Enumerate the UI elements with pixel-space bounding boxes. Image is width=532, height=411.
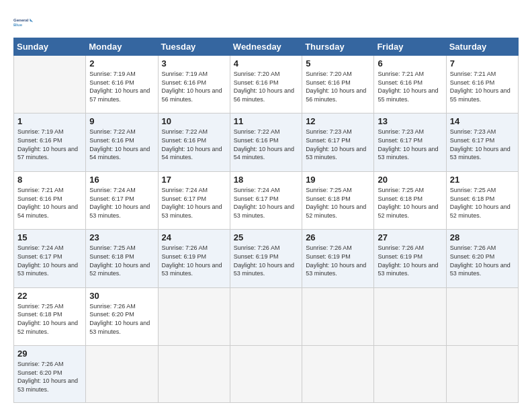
calendar-cell: 21Sunrise: 7:25 AMSunset: 6:18 PMDayligh… bbox=[446, 171, 518, 229]
calendar-cell bbox=[302, 287, 374, 345]
calendar-cell: 25Sunrise: 7:26 AMSunset: 6:19 PMDayligh… bbox=[230, 230, 302, 287]
calendar-cell: 15Sunrise: 7:24 AMSunset: 6:17 PMDayligh… bbox=[14, 230, 86, 287]
calendar-cell bbox=[446, 346, 518, 403]
day-number: 12 bbox=[306, 116, 370, 126]
day-info: Sunrise: 7:26 AMSunset: 6:19 PMDaylight:… bbox=[306, 244, 370, 277]
calendar-cell: 6Sunrise: 7:21 AMSunset: 6:16 PMDaylight… bbox=[374, 56, 446, 113]
day-number: 17 bbox=[162, 175, 226, 185]
day-number: 28 bbox=[450, 232, 515, 242]
page-header: GeneralBlue bbox=[13, 12, 519, 32]
day-number: 6 bbox=[378, 58, 442, 68]
calendar-row-4: 22Sunrise: 7:25 AMSunset: 6:18 PMDayligh… bbox=[14, 287, 519, 345]
day-info: Sunrise: 7:24 AMSunset: 6:17 PMDaylight:… bbox=[17, 244, 82, 277]
calendar-table: SundayMondayTuesdayWednesdayThursdayFrid… bbox=[13, 38, 519, 403]
calendar-cell: 5Sunrise: 7:20 AMSunset: 6:16 PMDaylight… bbox=[302, 56, 374, 113]
day-number: 3 bbox=[162, 58, 226, 68]
day-number: 26 bbox=[306, 232, 370, 242]
day-info: Sunrise: 7:26 AMSunset: 6:20 PMDaylight:… bbox=[450, 244, 515, 277]
calendar-row-1: 1Sunrise: 7:19 AMSunset: 6:16 PMDaylight… bbox=[14, 113, 519, 171]
day-number: 29 bbox=[17, 349, 82, 359]
calendar-cell: 26Sunrise: 7:26 AMSunset: 6:19 PMDayligh… bbox=[302, 230, 374, 287]
day-info: Sunrise: 7:19 AMSunset: 6:16 PMDaylight:… bbox=[89, 70, 154, 103]
day-info: Sunrise: 7:19 AMSunset: 6:16 PMDaylight:… bbox=[17, 128, 82, 161]
calendar-header-row: SundayMondayTuesdayWednesdayThursdayFrid… bbox=[14, 38, 519, 56]
column-header-saturday: Saturday bbox=[446, 38, 518, 56]
calendar-cell bbox=[230, 346, 302, 403]
calendar-cell: 4Sunrise: 7:20 AMSunset: 6:16 PMDaylight… bbox=[230, 56, 302, 113]
day-number: 21 bbox=[450, 175, 515, 185]
day-info: Sunrise: 7:24 AMSunset: 6:17 PMDaylight:… bbox=[234, 186, 298, 220]
column-header-friday: Friday bbox=[374, 38, 446, 56]
calendar-cell: 8Sunrise: 7:21 AMSunset: 6:16 PMDaylight… bbox=[14, 171, 86, 229]
calendar-row-2: 8Sunrise: 7:21 AMSunset: 6:16 PMDaylight… bbox=[14, 171, 519, 229]
calendar-cell bbox=[446, 287, 518, 345]
calendar-cell: 18Sunrise: 7:24 AMSunset: 6:17 PMDayligh… bbox=[230, 171, 302, 229]
day-info: Sunrise: 7:22 AMSunset: 6:16 PMDaylight:… bbox=[89, 128, 154, 161]
calendar-cell bbox=[14, 56, 86, 113]
calendar-cell: 13Sunrise: 7:23 AMSunset: 6:17 PMDayligh… bbox=[374, 113, 446, 171]
day-number: 18 bbox=[234, 175, 298, 185]
calendar-cell: 3Sunrise: 7:19 AMSunset: 6:16 PMDaylight… bbox=[158, 56, 230, 113]
day-number: 20 bbox=[378, 175, 442, 185]
calendar-cell: 14Sunrise: 7:23 AMSunset: 6:17 PMDayligh… bbox=[446, 113, 518, 171]
calendar-cell: 16Sunrise: 7:24 AMSunset: 6:17 PMDayligh… bbox=[86, 171, 158, 229]
calendar-cell bbox=[302, 346, 374, 403]
day-number: 2 bbox=[89, 58, 154, 68]
day-info: Sunrise: 7:25 AMSunset: 6:18 PMDaylight:… bbox=[89, 244, 154, 277]
calendar-cell: 23Sunrise: 7:25 AMSunset: 6:18 PMDayligh… bbox=[86, 230, 158, 287]
calendar-cell: 19Sunrise: 7:25 AMSunset: 6:18 PMDayligh… bbox=[302, 171, 374, 229]
day-info: Sunrise: 7:22 AMSunset: 6:16 PMDaylight:… bbox=[162, 128, 226, 161]
day-number: 27 bbox=[378, 232, 442, 242]
day-info: Sunrise: 7:21 AMSunset: 6:16 PMDaylight:… bbox=[450, 70, 515, 103]
day-number: 4 bbox=[234, 58, 298, 68]
calendar-cell: 29Sunrise: 7:26 AMSunset: 6:20 PMDayligh… bbox=[14, 346, 86, 403]
day-number: 1 bbox=[17, 116, 82, 126]
calendar-cell bbox=[158, 287, 230, 345]
day-number: 10 bbox=[162, 116, 226, 126]
day-info: Sunrise: 7:21 AMSunset: 6:16 PMDaylight:… bbox=[17, 186, 82, 220]
day-number: 16 bbox=[89, 175, 154, 185]
calendar-cell: 30Sunrise: 7:26 AMSunset: 6:20 PMDayligh… bbox=[86, 287, 158, 345]
day-info: Sunrise: 7:19 AMSunset: 6:16 PMDaylight:… bbox=[162, 70, 226, 103]
day-info: Sunrise: 7:20 AMSunset: 6:16 PMDaylight:… bbox=[234, 70, 298, 103]
day-number: 19 bbox=[306, 175, 370, 185]
calendar-row-3: 15Sunrise: 7:24 AMSunset: 6:17 PMDayligh… bbox=[14, 230, 519, 287]
calendar-cell: 2Sunrise: 7:19 AMSunset: 6:16 PMDaylight… bbox=[86, 56, 158, 113]
logo: GeneralBlue bbox=[13, 12, 34, 32]
day-info: Sunrise: 7:26 AMSunset: 6:19 PMDaylight:… bbox=[234, 244, 298, 277]
calendar-row-5: 29Sunrise: 7:26 AMSunset: 6:20 PMDayligh… bbox=[14, 346, 519, 403]
calendar-cell: 24Sunrise: 7:26 AMSunset: 6:19 PMDayligh… bbox=[158, 230, 230, 287]
day-info: Sunrise: 7:26 AMSunset: 6:20 PMDaylight:… bbox=[89, 302, 154, 336]
day-info: Sunrise: 7:25 AMSunset: 6:18 PMDaylight:… bbox=[17, 302, 82, 336]
calendar-cell bbox=[374, 287, 446, 345]
day-number: 8 bbox=[17, 175, 82, 185]
column-header-monday: Monday bbox=[86, 38, 158, 56]
column-header-thursday: Thursday bbox=[302, 38, 374, 56]
day-number: 14 bbox=[450, 116, 515, 126]
day-number: 22 bbox=[17, 291, 82, 301]
day-number: 9 bbox=[89, 116, 154, 126]
day-number: 11 bbox=[234, 116, 298, 126]
day-info: Sunrise: 7:24 AMSunset: 6:17 PMDaylight:… bbox=[89, 186, 154, 220]
calendar-cell bbox=[374, 346, 446, 403]
calendar-cell: 20Sunrise: 7:25 AMSunset: 6:18 PMDayligh… bbox=[374, 171, 446, 229]
calendar-cell: 10Sunrise: 7:22 AMSunset: 6:16 PMDayligh… bbox=[158, 113, 230, 171]
day-info: Sunrise: 7:25 AMSunset: 6:18 PMDaylight:… bbox=[378, 186, 442, 220]
day-info: Sunrise: 7:26 AMSunset: 6:19 PMDaylight:… bbox=[378, 244, 442, 277]
day-info: Sunrise: 7:22 AMSunset: 6:16 PMDaylight:… bbox=[234, 128, 298, 161]
calendar-cell: 27Sunrise: 7:26 AMSunset: 6:19 PMDayligh… bbox=[374, 230, 446, 287]
svg-text:General: General bbox=[13, 18, 29, 22]
day-info: Sunrise: 7:20 AMSunset: 6:16 PMDaylight:… bbox=[306, 70, 370, 103]
calendar-cell: 9Sunrise: 7:22 AMSunset: 6:16 PMDaylight… bbox=[86, 113, 158, 171]
day-number: 7 bbox=[450, 58, 515, 68]
day-info: Sunrise: 7:21 AMSunset: 6:16 PMDaylight:… bbox=[378, 70, 442, 103]
calendar-cell: 22Sunrise: 7:25 AMSunset: 6:18 PMDayligh… bbox=[14, 287, 86, 345]
day-info: Sunrise: 7:26 AMSunset: 6:19 PMDaylight:… bbox=[162, 244, 226, 277]
day-info: Sunrise: 7:23 AMSunset: 6:17 PMDaylight:… bbox=[378, 128, 442, 161]
day-info: Sunrise: 7:25 AMSunset: 6:18 PMDaylight:… bbox=[450, 186, 515, 220]
day-info: Sunrise: 7:26 AMSunset: 6:20 PMDaylight:… bbox=[17, 360, 82, 394]
day-info: Sunrise: 7:24 AMSunset: 6:17 PMDaylight:… bbox=[162, 186, 226, 220]
day-number: 30 bbox=[89, 291, 154, 301]
day-number: 23 bbox=[89, 232, 154, 242]
day-number: 13 bbox=[378, 116, 442, 126]
